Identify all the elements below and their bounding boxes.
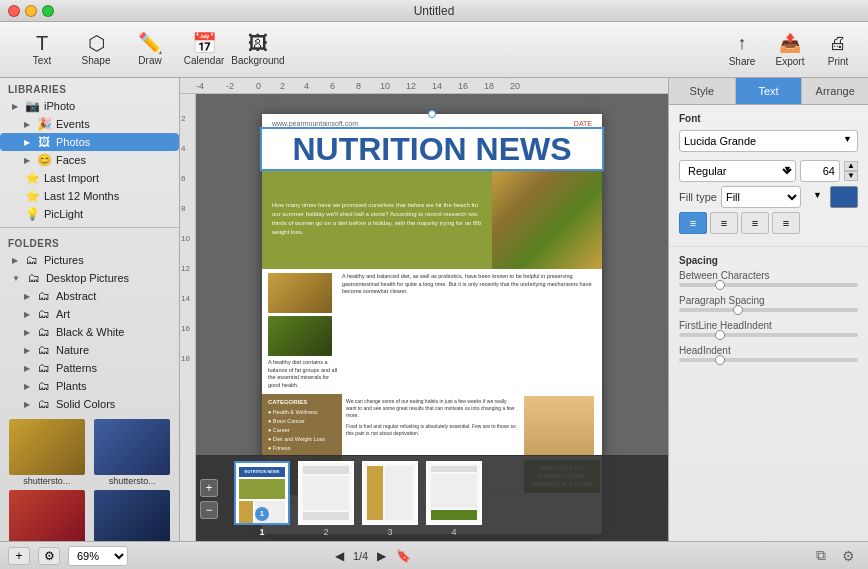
tab-style[interactable]: Style	[669, 78, 736, 104]
sidebar-item-nature[interactable]: ▶ 🗂 Nature	[0, 341, 179, 359]
photo-item-4[interactable]: shuttersto...	[92, 490, 174, 541]
bottom-settings-button[interactable]: ⚙	[838, 547, 860, 565]
expand-arrow: ▶	[24, 156, 30, 165]
draw-tool-button[interactable]: ✏️ Draw	[124, 26, 176, 74]
sidebar-item-faces[interactable]: ▶ 😊 Faces	[0, 151, 179, 169]
expand-arrow: ▶	[24, 138, 30, 147]
filmstrip-page-2[interactable]: 2	[298, 461, 354, 537]
faces-icon: 😊	[36, 153, 52, 167]
gear-icon: ⚙	[44, 549, 55, 563]
font-size-stepper-buttons: ▲ ▼	[844, 161, 858, 181]
prev-page-button[interactable]: ◀	[331, 547, 349, 565]
sidebar-label-iphoto: iPhoto	[44, 100, 75, 112]
sidebar: LIBRARIES ▶ 📷 iPhoto ▶ 🎉 Events ▶ 🖼 Phot…	[0, 78, 180, 541]
zoom-select[interactable]: 69% 50% 75% 100%	[68, 546, 128, 566]
filmstrip-page-4[interactable]: 4	[426, 461, 482, 537]
window-controls[interactable]	[8, 5, 54, 17]
font-size-down[interactable]: ▼	[844, 171, 858, 181]
close-button[interactable]	[8, 5, 20, 17]
headindent-slider[interactable]	[679, 358, 858, 362]
plants-icon: 🗂	[36, 379, 52, 393]
font-family-select[interactable]: Lucida Grande	[679, 130, 858, 152]
sidebar-item-art[interactable]: ▶ 🗂 Art	[0, 305, 179, 323]
sidebar-item-events[interactable]: ▶ 🎉 Events	[0, 115, 179, 133]
nutrition-title[interactable]: NUTRITION NEWS	[262, 129, 602, 169]
share-button[interactable]: ↑ Share	[720, 26, 764, 74]
sidebar-label-black-white: Black & White	[56, 326, 124, 338]
photo-item-3[interactable]: shuttersto...	[6, 490, 88, 541]
filmstrip-page-1[interactable]: NUTRITION NEWS 1 1	[234, 461, 290, 537]
next-page-button[interactable]: ▶	[372, 547, 390, 565]
background-tool-button[interactable]: 🖼 Background	[232, 26, 284, 74]
tab-text[interactable]: Text	[736, 78, 803, 104]
sidebar-item-pictures[interactable]: ▶ 🗂 Pictures	[0, 251, 179, 269]
align-left-button[interactable]: ≡	[679, 212, 707, 234]
expand-arrow: ▶	[24, 346, 30, 355]
sidebar-label-patterns: Patterns	[56, 362, 97, 374]
photo-label-2: shuttersto...	[109, 476, 156, 486]
bottom-action-button[interactable]: ⧉	[810, 547, 832, 565]
sidebar-item-solid-colors[interactable]: ▶ 🗂 Solid Colors	[0, 395, 179, 413]
photo-item-1[interactable]: shuttersto...	[6, 419, 88, 486]
firstline-slider[interactable]	[679, 333, 858, 337]
spacing-section: Spacing Between Characters Paragraph Spa…	[669, 247, 868, 378]
print-button[interactable]: 🖨 Print	[816, 26, 860, 74]
font-size-input[interactable]	[800, 160, 840, 182]
zoom-in-button[interactable]: +	[200, 479, 218, 497]
export-button[interactable]: 📤 Export	[768, 26, 812, 74]
hero-section: How many times have we promised ourselve…	[262, 169, 602, 269]
align-justify-button[interactable]: ≡	[772, 212, 800, 234]
between-chars-slider[interactable]	[679, 283, 858, 287]
toolbar: T Text ⬡ Shape ✏️ Draw 📅 Calendar 🖼 Back…	[0, 22, 868, 78]
tab-arrange[interactable]: Arrange	[802, 78, 868, 104]
resize-handle-top[interactable]	[428, 110, 436, 118]
align-right-button[interactable]: ≡	[741, 212, 769, 234]
bookmark-button[interactable]: 🔖	[394, 547, 412, 565]
font-style-select[interactable]: Regular	[679, 160, 796, 182]
sidebar-item-abstract[interactable]: ▶ 🗂 Abstract	[0, 287, 179, 305]
canvas-content[interactable]: www.pearmountainsoft.com DATE NUTRITION …	[196, 94, 668, 541]
sidebar-item-last-import[interactable]: ⭐ Last Import	[0, 169, 179, 187]
shape-tool-button[interactable]: ⬡ Shape	[70, 26, 122, 74]
ruler-top: -4 -2 0 2 4 6 8 10 12 14 16 18 20	[180, 78, 668, 94]
sidebar-item-photos[interactable]: ▶ 🖼 Photos	[0, 133, 179, 151]
text-tool-button[interactable]: T Text	[16, 26, 68, 74]
sidebar-item-desktop[interactable]: ▼ 🗂 Desktop Pictures	[0, 269, 179, 287]
align-center-button[interactable]: ≡	[710, 212, 738, 234]
sidebar-item-black-white[interactable]: ▶ 🗂 Black & White	[0, 323, 179, 341]
maximize-button[interactable]	[42, 5, 54, 17]
photo-item-2[interactable]: shuttersto...	[92, 419, 174, 486]
canvas-area: -4 -2 0 2 4 6 8 10 12 14 16 18 20 2 4 6 …	[180, 78, 668, 541]
font-label: Font	[679, 113, 858, 124]
draw-icon: ✏️	[138, 33, 163, 53]
menu-header: CATEGORIES	[266, 398, 338, 406]
sidebar-item-iphoto[interactable]: ▶ 📷 iPhoto	[0, 97, 179, 115]
zoom-out-button[interactable]: −	[200, 501, 218, 519]
paragraph-spacing-slider[interactable]	[679, 308, 858, 312]
sidebar-item-piclight[interactable]: 💡 PicLight	[0, 205, 179, 223]
sidebar-label-solid-colors: Solid Colors	[56, 398, 115, 410]
photo-thumb-4	[94, 490, 170, 541]
filmstrip-controls: + −	[200, 479, 218, 519]
share-label: Share	[729, 56, 756, 67]
sidebar-label-abstract: Abstract	[56, 290, 96, 302]
expand-arrow: ▶	[12, 256, 18, 265]
headindent-row: HeadIndent	[679, 345, 858, 362]
col-left: A healthy diet contains a balance of fat…	[268, 273, 338, 390]
section-two-col: A healthy diet contains a balance of fat…	[262, 269, 602, 394]
sidebar-label-plants: Plants	[56, 380, 87, 392]
font-size-up[interactable]: ▲	[844, 161, 858, 171]
sidebar-item-plants[interactable]: ▶ 🗂 Plants	[0, 377, 179, 395]
filmstrip-page-3[interactable]: 3	[362, 461, 418, 537]
bookmark-icon: 🔖	[396, 549, 411, 563]
calendar-tool-button[interactable]: 📅 Calendar	[178, 26, 230, 74]
settings-button[interactable]: ⚙	[38, 547, 60, 565]
solid-colors-icon: 🗂	[36, 397, 52, 411]
sidebar-item-last-12-months[interactable]: ⭐ Last 12 Months	[0, 187, 179, 205]
minimize-button[interactable]	[25, 5, 37, 17]
sidebar-item-patterns[interactable]: ▶ 🗂 Patterns	[0, 359, 179, 377]
fill-color-swatch[interactable]	[830, 186, 858, 208]
add-page-button[interactable]: +	[8, 547, 30, 565]
fill-type-select[interactable]: Fill	[721, 186, 801, 208]
sidebar-label-faces: Faces	[56, 154, 86, 166]
